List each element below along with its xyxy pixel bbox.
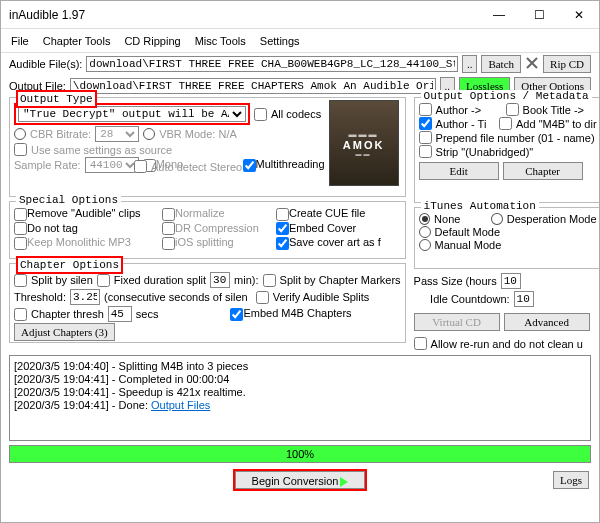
fixed-split-label: Fixed duration split <box>114 274 206 286</box>
vbr-radio <box>143 128 155 140</box>
strip-check[interactable] <box>419 145 432 158</box>
edit-meta-button[interactable]: Edit <box>419 162 499 180</box>
split-silence-label: Split by silen <box>31 274 93 286</box>
same-settings-check <box>14 143 27 156</box>
cbr-select: 28 <box>95 126 139 142</box>
multithreading-check[interactable] <box>243 159 256 172</box>
itunes-desperation-radio[interactable] <box>491 213 502 225</box>
remove-clips-check[interactable] <box>14 208 27 221</box>
itunes-title: iTunes Automation <box>421 200 539 212</box>
log-line: [2020/3/5 19:04:41] - Done: <box>14 399 151 411</box>
batch-button[interactable]: Batch <box>481 55 521 73</box>
prepend-label: Prepend file number (01 - name) <box>436 132 595 144</box>
auto-stereo-label: Auto detect Stereo <box>151 161 242 173</box>
log-line: [2020/3/5 19:04:41] - Completed in 00:00… <box>14 373 229 385</box>
begin-conversion-label: Begin Conversion <box>252 475 339 487</box>
do-not-tag-check[interactable] <box>14 222 27 235</box>
output-file-field[interactable] <box>70 78 436 94</box>
split-silence-check[interactable] <box>14 274 27 287</box>
input-file-field[interactable] <box>86 56 458 72</box>
verify-splits-label: Verify Audible Splits <box>273 291 370 303</box>
pass-size-field[interactable] <box>501 273 521 289</box>
rip-cd-button[interactable]: Rip CD <box>543 55 591 73</box>
idle-field[interactable] <box>514 291 534 307</box>
menu-settings[interactable]: Settings <box>260 35 300 47</box>
begin-conversion-button[interactable]: Begin Conversion <box>235 471 366 489</box>
embed-m4b-label: Embed M4B Chapters <box>243 307 351 319</box>
metadata-title: Output Options / Metadata <box>421 90 592 102</box>
close-button[interactable]: ✕ <box>559 1 599 29</box>
auto-stereo-check <box>134 160 147 173</box>
clear-input-icon[interactable] <box>525 56 539 72</box>
chapter-meta-button[interactable]: Chapter <box>503 162 583 180</box>
prepend-check[interactable] <box>419 131 432 144</box>
itunes-default-label: Default Mode <box>435 226 500 238</box>
itunes-desperation-label: Desperation Mode <box>507 213 597 225</box>
all-codecs-check[interactable] <box>254 108 267 121</box>
maximize-button[interactable]: ☐ <box>519 1 559 29</box>
itunes-none-radio[interactable] <box>419 213 430 225</box>
chapter-options-group: Chapter Options Split by silen Fixed dur… <box>9 263 406 343</box>
chapter-thresh-field[interactable] <box>108 306 132 322</box>
advanced-button[interactable]: Advanced <box>504 313 590 331</box>
menu-cd-ripping[interactable]: CD Ripping <box>124 35 180 47</box>
output-type-select[interactable]: "True Decrypt" output will be AAC/M4B <box>18 106 246 122</box>
normalize-label: Normalize <box>175 207 225 219</box>
add-m4b-check[interactable] <box>499 117 512 130</box>
embed-cover-check[interactable] <box>276 222 289 235</box>
ios-label: iOS splitting <box>175 236 234 248</box>
fixed-minutes-field[interactable] <box>210 272 230 288</box>
itunes-default-radio[interactable] <box>419 226 431 238</box>
chapter-thresh-check[interactable] <box>14 308 27 321</box>
book-title-check[interactable] <box>506 103 519 116</box>
threshold-unit: (consecutive seconds of silen <box>104 291 248 303</box>
author-check[interactable] <box>419 103 432 116</box>
browse-input-button[interactable]: .. <box>462 55 478 73</box>
split-markers-check[interactable] <box>263 274 276 287</box>
allow-rerun-check[interactable] <box>414 337 427 350</box>
sample-rate-select: 44100 <box>85 157 139 173</box>
author-ti-check[interactable] <box>419 117 432 130</box>
verify-splits-check[interactable] <box>256 291 269 304</box>
cbr-label: CBR Bitrate: <box>30 128 91 140</box>
threshold-field[interactable] <box>70 289 100 305</box>
same-settings-label: Use same settings as source <box>31 144 172 156</box>
itunes-manual-label: Manual Mode <box>435 239 502 251</box>
menu-file[interactable]: File <box>11 35 29 47</box>
output-files-link[interactable]: Output Files <box>151 399 210 411</box>
ios-check <box>162 237 175 250</box>
menu-chapter-tools[interactable]: Chapter Tools <box>43 35 111 47</box>
metadata-group: Output Options / Metadata Author ->Book … <box>414 97 600 203</box>
idle-label: Idle Countdown: <box>414 293 510 305</box>
sample-rate-label: Sample Rate: <box>14 159 81 171</box>
log-line: [2020/3/5 19:04:41] - Speedup is 421x re… <box>14 386 246 398</box>
cue-label: Create CUE file <box>289 207 365 219</box>
itunes-manual-radio[interactable] <box>419 239 431 251</box>
menu-misc-tools[interactable]: Misc Tools <box>195 35 246 47</box>
menubar: File Chapter Tools CD Ripping Misc Tools… <box>1 29 599 53</box>
progress-text: 100% <box>286 448 314 460</box>
cue-check[interactable] <box>276 208 289 221</box>
adjust-chapters-button[interactable]: Adjust Chapters (3) <box>14 323 115 341</box>
keep-mono-check <box>14 237 27 250</box>
normalize-check <box>162 208 175 221</box>
minimize-button[interactable]: — <box>479 1 519 29</box>
progress-bar: 100% <box>9 445 591 463</box>
book-title-label: Book Title -> <box>523 104 584 116</box>
allow-rerun-label: Allow re-run and do not clean u <box>431 338 583 350</box>
cbr-radio <box>14 128 26 140</box>
fixed-split-check[interactable] <box>97 274 110 287</box>
log-line: [2020/3/5 19:04:40] - Splitting M4B into… <box>14 360 248 372</box>
save-cover-label: Save cover art as f <box>289 236 381 248</box>
log-output: [2020/3/5 19:04:40] - Splitting M4B into… <box>9 355 591 441</box>
cover-image: ▬▬▬AMOK▬▬ <box>329 100 399 186</box>
secs-label: secs <box>136 308 159 320</box>
vbr-label: VBR Mode: N/A <box>159 128 237 140</box>
logs-button[interactable]: Logs <box>553 471 589 489</box>
save-cover-check[interactable] <box>276 237 289 250</box>
dr-check <box>162 222 175 235</box>
dr-label: DR Compression <box>175 222 259 234</box>
chapter-thresh-label: Chapter thresh <box>31 308 104 320</box>
embed-m4b-check[interactable] <box>230 308 243 321</box>
itunes-none-label: None <box>434 213 487 225</box>
